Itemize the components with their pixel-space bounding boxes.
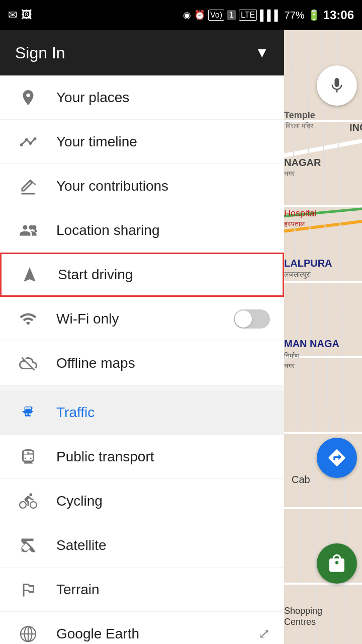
menu-item-location-sharing[interactable]: Location sharing	[0, 208, 284, 253]
timeline-icon	[14, 133, 42, 151]
wifi-only-toggle[interactable]	[234, 309, 270, 329]
svg-text:NAGAR: NAGAR	[284, 157, 321, 168]
shopping-icon	[327, 553, 347, 574]
start-driving-label: Start driving	[58, 267, 268, 283]
wifi-only-toggle-thumb	[235, 310, 252, 328]
battery-percent: 77%	[285, 10, 305, 21]
svg-text:INO: INO	[349, 122, 362, 133]
directions-icon	[327, 448, 347, 468]
your-timeline-label: Your timeline	[56, 134, 270, 150]
battery-icon: 🔋	[308, 9, 320, 21]
svg-text:LALPURA: LALPURA	[284, 258, 332, 269]
your-places-label: Your places	[56, 90, 270, 106]
menu-item-cycling[interactable]: Cycling	[0, 479, 284, 523]
svg-rect-36	[22, 549, 25, 552]
location-sharing-label: Location sharing	[56, 222, 270, 238]
image-icon: 🖼	[21, 9, 32, 22]
directions-float-button[interactable]	[317, 438, 357, 478]
menu-item-wifi-only[interactable]: Wi-Fi only	[0, 297, 284, 341]
svg-point-35	[30, 457, 32, 459]
svg-text:Cab: Cab	[292, 474, 310, 485]
terrain-icon	[14, 581, 42, 599]
svg-text:बिरला मंदिर: बिरला मंदिर	[285, 122, 314, 130]
your-contributions-label: Your contributions	[56, 178, 270, 194]
menu-item-your-places[interactable]: Your places	[0, 75, 284, 120]
svg-text:नगर: नगर	[284, 362, 295, 370]
train-icon	[14, 448, 42, 466]
navigation-icon	[16, 266, 44, 284]
traffic-icon	[14, 404, 42, 422]
alarm-icon: ⏰	[194, 10, 205, 21]
sign-in-title: Sign In	[15, 44, 65, 62]
cycling-label: Cycling	[56, 493, 270, 509]
status-bar: ✉ 🖼 ◉ ⏰ Vo) 1 LTE ▌▌▌ 77% 🔋 13:06	[0, 0, 362, 30]
edit-flag-icon	[14, 177, 42, 195]
svg-text:हस्पताल: हस्पताल	[284, 220, 305, 228]
signal-icon: ▌▌▌	[260, 10, 282, 21]
cloud-off-icon	[14, 354, 42, 372]
navigation-drawer: Sign In ▼ Your places Your timeline	[0, 30, 284, 644]
terrain-label: Terrain	[56, 582, 270, 598]
menu-list: Your places Your timeline Your contribut…	[0, 75, 284, 644]
svg-text:Hospital: Hospital	[284, 208, 317, 218]
satellite-icon	[14, 536, 42, 554]
svg-point-34	[25, 457, 26, 459]
location-icon: ◉	[183, 10, 191, 21]
menu-item-public-transport[interactable]: Public transport	[0, 435, 284, 479]
svg-text:Temple: Temple	[284, 110, 315, 120]
lte-icon: LTE	[239, 10, 257, 21]
chevron-down-icon: ▼	[255, 45, 269, 61]
wifi-only-label: Wi-Fi only	[56, 311, 234, 327]
mic-button[interactable]	[317, 65, 357, 106]
svg-text:Centres: Centres	[284, 617, 316, 627]
menu-item-your-contributions[interactable]: Your contributions	[0, 164, 284, 208]
menu-item-google-earth[interactable]: Google Earth ⤢	[0, 612, 284, 644]
cycling-icon	[14, 492, 42, 510]
shopping-float-button[interactable]	[317, 543, 357, 584]
status-bar-right: ◉ ⏰ Vo) 1 LTE ▌▌▌ 77% 🔋 13:06	[183, 8, 354, 22]
gmail-icon: ✉	[8, 9, 17, 22]
drawer-header[interactable]: Sign In ▼	[0, 30, 284, 75]
menu-item-terrain[interactable]: Terrain	[0, 568, 284, 612]
svg-point-32	[27, 410, 28, 412]
voip-icon: Vo)	[208, 10, 224, 21]
wifi-icon	[14, 310, 42, 328]
menu-item-satellite[interactable]: Satellite	[0, 523, 284, 568]
menu-item-start-driving[interactable]: Start driving	[0, 253, 284, 297]
satellite-label: Satellite	[56, 537, 270, 553]
google-earth-icon	[14, 625, 42, 643]
external-link-icon: ⤢	[258, 625, 270, 642]
google-earth-label: Google Earth	[56, 626, 258, 642]
status-bar-left: ✉ 🖼	[8, 9, 32, 22]
svg-point-33	[28, 410, 30, 412]
svg-text:लजलाल्पुरा: लजलाल्पुरा	[284, 270, 311, 279]
location-pin-icon	[14, 89, 42, 107]
offline-maps-label: Offline maps	[56, 355, 270, 371]
svg-text:निर्माण: निर्माण	[284, 352, 299, 360]
status-time: 13:06	[323, 8, 354, 22]
svg-text:नगर: नगर	[284, 170, 295, 178]
mic-icon	[328, 76, 346, 95]
menu-item-your-timeline[interactable]: Your timeline	[0, 120, 284, 164]
svg-text:Shopping: Shopping	[284, 606, 322, 616]
people-icon	[14, 221, 42, 239]
svg-text:MAN NAGA: MAN NAGA	[284, 338, 339, 349]
traffic-label: Traffic	[56, 405, 270, 421]
menu-item-offline-maps[interactable]: Offline maps	[0, 341, 284, 385]
sim-icon: 1	[227, 10, 236, 20]
public-transport-label: Public transport	[56, 449, 270, 465]
menu-divider	[0, 385, 284, 390]
menu-item-traffic[interactable]: Traffic	[0, 390, 284, 435]
